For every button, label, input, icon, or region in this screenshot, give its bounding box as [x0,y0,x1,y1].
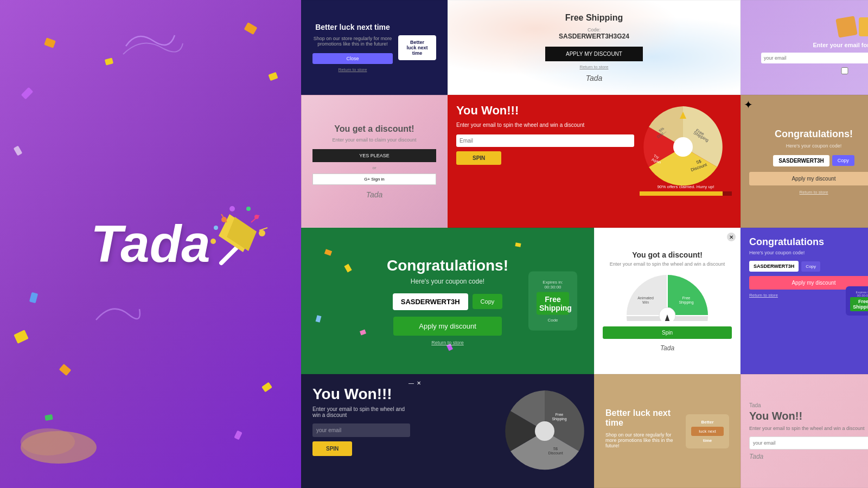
card9-code-row: SASDERWERT3H Copy [749,261,868,272]
confetti-g3 [315,315,321,323]
card11-spin-button[interactable]: SPIN [312,441,352,456]
card-you-won-pink: Tada You Won!! Enter your email to spin … [741,374,868,488]
card8-spin-button[interactable]: Spin [603,326,732,339]
svg-point-8 [214,226,218,230]
card3-terms-checkbox[interactable] [820,67,868,74]
card1-return-link[interactable]: Return to store [312,67,393,72]
card13-brand: Tada [749,402,868,408]
card6-return-link[interactable]: Return to store [800,190,828,195]
card11-wheel-area: Free Shipping 5$ Discount [501,388,588,474]
card9-title: Congratulations [749,236,868,248]
card11-email-input[interactable] [312,423,410,437]
svg-line-14 [259,228,267,230]
svg-point-1 [21,428,75,455]
card11-wheel-svg: Free Shipping 5$ Discount [501,388,588,474]
card13-subtitle: Enter your email to spin the wheel and w… [749,426,868,431]
card12-title: Better luck next time [605,408,680,428]
card5-progress-text: 90% offers claimed. Hurry up! [640,184,732,189]
card5-spin-button[interactable]: SPIN [456,151,501,165]
confetti-g5 [515,242,521,247]
confetti-g1 [324,249,332,256]
card4-cta-button[interactable]: YES PLEASE [312,149,436,162]
card5-progress-bar [640,191,723,196]
card1-ticket: Better luck next time [398,35,436,60]
card11-close-area: — ✕ [409,380,421,386]
svg-point-10 [246,207,251,211]
card7-apply-button[interactable]: Apply my discount [393,317,502,336]
card-you-got-discount-white: ✕ You got a discount! Enter your email t… [594,228,741,374]
card5-left-content: You Won!!! Enter your email to spin the … [456,104,634,219]
svg-text:Shipping: Shipping [552,417,566,421]
svg-text:Free: Free [682,296,691,300]
card1-close-button[interactable]: Close [312,53,393,64]
semicircle-wheel-svg: Free Shipping Animated Win Free Win [624,272,711,321]
party-popper-icon [205,203,270,268]
logo-container: Tada [91,214,210,274]
card9-ticket-badge: Free Shipping [850,297,868,311]
card5-subtitle: Enter your email to spin the wheel and w… [456,122,634,128]
card5-title: You Won!!! [456,104,634,118]
card11-close-button[interactable]: ✕ [417,380,421,386]
card-congratulations-green: Congratulations! Here's your coupon code… [301,228,594,374]
card6-confetti: ✦ [744,98,753,111]
card9-subtitle: Here's your coupon code! [749,250,868,255]
card7-ticket: Expires in: 00:30:00 Free Shipping Code [528,272,577,331]
confetti-g2 [344,264,352,273]
card9-copy-button[interactable]: Copy [801,261,820,272]
card7-return-link[interactable]: Return to store [431,340,464,345]
card8-brand: Tada [660,344,674,352]
card-better-luck-dark: Better luck next time Shop on our store … [301,0,448,95]
card-spin-wheel-dark: — ✕ You Won!!! Enter your email to spin … [301,374,594,488]
box-icon-2 [859,17,869,36]
confetti-yellow-1 [105,57,113,65]
card4-social-button[interactable]: G+ Sign in [312,174,436,185]
card2-brand: Tada [586,74,603,82]
card-better-luck-beige: Better luck next time Shop on our store … [594,374,741,488]
card3-boxes [837,17,869,36]
card-spin-wheel-red: You Won!!! Enter your email to spin the … [448,95,741,228]
card2-title: Free Shipping [565,13,623,23]
card8-title: You got a discount! [632,251,703,259]
card11-minimize-button[interactable]: — [409,380,414,386]
card6-subtitle: Here's your coupon code! [786,143,841,149]
card-free-shipping-white: Free Shipping Code: SASDERWERT3H3G24 APP… [448,0,741,95]
card7-expires: Expires in: 00:30:00 [537,280,569,290]
card13-email-input[interactable] [749,436,868,450]
svg-text:Win: Win [642,300,649,304]
cloud-confetti [15,420,124,464]
svg-text:5$: 5$ [553,447,558,451]
card6-copy-button[interactable]: Copy [832,155,854,166]
confetti-g4 [360,329,366,335]
card3-email-input[interactable] [761,53,868,63]
card8-close-button[interactable]: ✕ [727,233,736,241]
card3-checkbox-row: I agree to Terms and I have read our Pri… [820,67,868,78]
card5-progress-bar-container [640,191,732,196]
swirl-decoration [120,24,186,68]
confetti-yellow-4 [261,382,272,392]
card2-code: SASDERWERT3H3G24 [559,33,629,40]
svg-text:Shipping: Shipping [679,300,693,305]
card12-ticket-badge: luck next [691,427,724,436]
card-congratulations-brown: ✦ Congratulations! Here's your coupon co… [741,95,868,228]
left-panel: Tada [0,0,301,488]
confetti-white-1 [13,146,22,156]
card11-subtitle: Enter your email to spin the wheel and w… [312,406,410,418]
svg-text:Discount: Discount [548,451,563,455]
card4-subtitle: Enter your email to claim your discount [332,137,416,143]
card1-content: Better luck next time Shop on our store … [312,23,393,72]
card2-return-link[interactable]: Return to store [580,65,609,69]
card7-copy-button[interactable]: Copy [473,294,503,309]
card7-subtitle: Here's your coupon code! [411,278,484,285]
confetti-orange-3 [59,364,72,376]
confetti-orange-1 [44,37,56,48]
svg-point-16 [673,137,693,157]
card2-apply-button[interactable]: APPLY MY DISCOUNT [545,47,643,61]
swirl-decoration-2 [91,293,145,336]
card6-apply-button[interactable]: Apply my discount [749,172,868,185]
svg-point-9 [229,206,235,211]
card6-code-row: SASDERWERT3H Copy [773,155,854,166]
card13-brand-footer: Tada [749,453,868,460]
card12-ticket: Better luck next time [686,414,729,448]
card5-email-input[interactable] [456,134,634,147]
card11-content: — ✕ You Won!!! Enter your email to spin … [312,386,410,456]
